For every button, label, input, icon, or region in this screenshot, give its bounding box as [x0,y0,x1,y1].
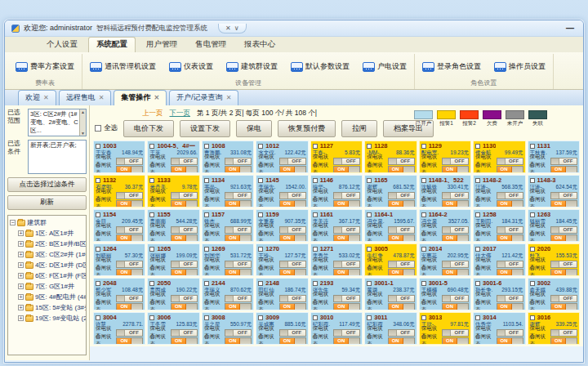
off-knob[interactable]: OFF [505,296,523,301]
on-knob[interactable]: ON [117,235,131,241]
protect-toggle[interactable]: OFF [171,192,198,199]
card-checkbox[interactable] [530,144,535,149]
on-knob[interactable]: ON [172,167,186,172]
tree-item-1[interactable]: +1区: A区1#井 [10,228,86,239]
protect-toggle[interactable]: OFF [225,261,252,268]
close-toggle[interactable]: ON [116,337,143,345]
protect-toggle[interactable]: OFF [497,158,523,165]
tab-close-icon[interactable]: ✕ [43,94,49,101]
off-knob[interactable]: OFF [396,193,414,199]
protect-toggle[interactable]: OFF [279,192,306,199]
off-knob[interactable]: OFF [233,296,251,301]
ribbon-button-2-4[interactable]: 默认参数设置 [288,60,352,74]
protect-toggle[interactable]: OFF [388,226,415,234]
card-checkbox[interactable] [149,281,154,286]
on-knob[interactable]: ON [117,304,131,310]
on-knob[interactable]: ON [443,167,457,172]
off-knob[interactable]: OFF [450,296,468,301]
ribbon-button-3-2[interactable]: 操作员设置 [492,60,548,74]
protect-toggle[interactable]: OFF [171,261,198,268]
meter-card[interactable]: 1128-MM-.88.36元保电状态OFF合闸状态ON [364,141,416,173]
off-knob[interactable]: OFF [341,296,359,301]
close-toggle[interactable]: ON [116,303,143,310]
action-button-4[interactable]: 恢复预付费 [278,120,336,137]
tree-root[interactable]: −建筑群 [10,217,86,228]
card-checkbox[interactable] [204,281,209,286]
scope-scrollbar[interactable]: ▲ ▼ [79,109,86,136]
card-checkbox[interactable] [149,315,154,320]
on-knob[interactable]: ON [389,338,403,344]
meter-card[interactable]: 1130侯金航99.49元保电状态OFF合闸状态ON [473,141,525,173]
expand-icon[interactable]: + [18,241,24,247]
close-toggle[interactable]: ON [171,269,198,276]
protect-toggle[interactable]: OFF [442,295,469,302]
meter-card[interactable]: 1133米丹美.9.78元保电状态OFF合闸状态ON [147,175,199,208]
on-knob[interactable]: ON [280,270,295,275]
close-toggle[interactable]: ON [171,303,198,310]
card-checkbox[interactable] [367,178,372,183]
tree-item-9[interactable]: +19区: 9#变电站 (2#... [10,313,86,324]
tab-3[interactable]: 集管操作✕ [114,90,167,105]
off-knob[interactable]: OFF [179,193,197,199]
on-knob[interactable]: ON [117,338,131,344]
card-checkbox[interactable] [475,315,480,320]
card-checkbox[interactable] [421,212,426,217]
card-checkbox[interactable] [530,178,535,183]
off-knob[interactable]: OFF [505,193,523,199]
off-knob[interactable]: OFF [450,227,468,233]
off-knob[interactable]: OFF [341,158,359,164]
protect-toggle[interactable]: OFF [171,226,198,234]
protect-toggle[interactable]: OFF [279,329,306,337]
meter-card[interactable]: 1148-3汪涛-.624.54元保电状态OFF合闸状态ON [528,175,580,208]
on-knob[interactable]: ON [334,304,349,310]
meter-card[interactable]: 1271李秀兰533.02元保电状态OFF合闸状态ON [310,243,363,276]
ribbon-button-3-1[interactable]: 登录角色设置 [420,60,483,74]
protect-toggle[interactable]: OFF [171,158,198,165]
meter-card[interactable]: 3008吴之星550.97元保电状态OFF合闸状态ON [202,312,254,345]
meter-card[interactable]: 3010纪彩霞.117.49元保电状态OFF合闸状态ON [310,312,363,345]
meter-card[interactable]: 3016谢辉339.25元保电状态OFF合闸状态ON [528,312,580,345]
meter-card[interactable]: 1161李美连367.17元保电状态OFF合闸状态ON [310,209,363,242]
on-knob[interactable]: ON [172,270,186,275]
off-knob[interactable]: OFF [450,330,468,336]
on-knob[interactable]: ON [225,270,240,275]
menu-item-4[interactable]: 售电管理 [188,38,234,52]
close-toggle[interactable]: ON [497,303,523,310]
close-toggle[interactable]: ON [388,303,415,310]
meter-card[interactable]: 3002俞天娥439.88元保电状态OFF合闸状态ON [528,278,580,310]
card-checkbox[interactable] [475,247,480,252]
off-knob[interactable]: OFF [341,193,359,199]
protect-toggle[interactable]: OFF [116,192,143,199]
protect-toggle[interactable]: OFF [225,226,252,234]
meter-card[interactable]: 1148-1、522沈毓铁330.41元保电状态OFF合闸状态ON [419,175,471,208]
tab-1[interactable]: 欢迎✕ [18,90,56,105]
on-knob[interactable]: ON [280,304,295,310]
checkbox-icon[interactable] [95,125,101,132]
on-knob[interactable]: ON [172,338,186,344]
close-toggle[interactable]: ON [171,166,198,173]
on-knob[interactable]: ON [551,270,566,275]
close-toggle[interactable]: ON [388,234,415,242]
meter-card[interactable]: 1008曹海鹏.331.08元保电状态OFF合闸状态ON [202,141,254,173]
expand-icon[interactable]: + [18,283,24,289]
meter-card[interactable]: 3005牛红争478.87元保电状态OFF合闸状态ON [364,243,416,276]
expand-icon[interactable]: + [18,305,24,310]
protect-toggle[interactable]: OFF [550,329,577,337]
close-toggle[interactable]: ON [550,200,577,208]
protect-toggle[interactable]: OFF [171,329,198,337]
on-knob[interactable]: ON [389,235,403,241]
protect-toggle[interactable]: OFF [116,295,143,302]
on-knob[interactable]: ON [225,338,240,344]
meter-card[interactable]: 1003王安春148.94元保电状态OFF合闸状态ON [93,141,145,173]
meter-card[interactable]: 2048郑少军108.48元保电状态OFF合闸状态ON [93,278,145,310]
expand-icon[interactable]: + [18,294,24,300]
protect-toggle[interactable]: OFF [497,192,523,199]
on-knob[interactable]: ON [497,235,512,241]
meter-card[interactable]: 3001-1黄璐238.37元保电状态OFF合闸状态ON [364,278,416,310]
off-knob[interactable]: OFF [559,261,577,267]
prev-page-link[interactable]: 上一页 [142,109,163,118]
meter-card[interactable]: 1012水文仪.122.42元保电状态OFF合闸状态ON [256,141,308,173]
close-toggle[interactable]: ON [497,234,523,242]
card-checkbox[interactable] [96,281,100,286]
card-checkbox[interactable] [367,212,372,217]
